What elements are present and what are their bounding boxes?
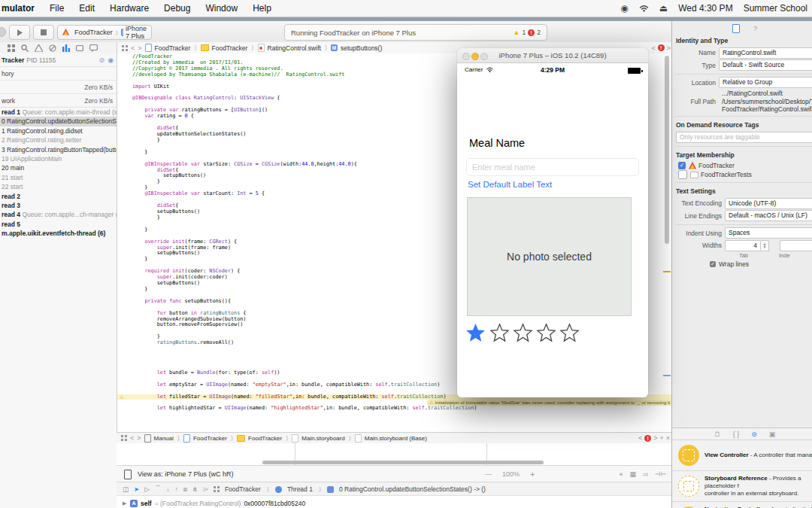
editor-scrollbar[interactable]	[665, 56, 669, 244]
device-icon[interactable]	[124, 470, 132, 479]
meal-name-input[interactable]: Enter meal name	[466, 158, 639, 176]
menu-file[interactable]: File	[42, 3, 71, 14]
add-editor-icon[interactable]: +	[659, 434, 663, 442]
process-view-mode-icon[interactable]: ◉	[108, 56, 114, 64]
prev-issue-icon[interactable]: <	[651, 44, 655, 52]
menu-app-name[interactable]: mulator	[0, 3, 42, 14]
library-item-navigation-controller[interactable]: ‹ Navigation Controller - A controller t…	[672, 502, 812, 508]
thread-row[interactable]: read 5	[0, 220, 117, 229]
file-inspector-icon[interactable]	[732, 24, 740, 33]
search-navigator-icon[interactable]	[21, 44, 29, 52]
thread-row[interactable]: read 3	[0, 201, 117, 210]
library-item-storyboard-reference[interactable]: Storyboard Reference - Provides a placeh…	[672, 471, 812, 502]
close-traffic-light[interactable]	[462, 53, 470, 60]
forward-arrow-icon[interactable]: >	[137, 434, 141, 442]
canvas-horizontal-scrollbar[interactable]	[262, 461, 544, 464]
disk-gauge-row[interactable]: Zero KB/s	[0, 80, 117, 93]
input-source-icon[interactable]: ◉	[620, 3, 628, 14]
set-default-label-button[interactable]: Set Default Label Text	[468, 180, 552, 189]
breakpoint-navigator-icon[interactable]	[76, 44, 83, 52]
code-snippet-library-icon[interactable]: { }	[733, 430, 740, 438]
next-issue-icon[interactable]: >	[667, 44, 671, 52]
name-field[interactable]: RatingControl.swift	[719, 47, 812, 59]
related-items-icon[interactable]	[121, 435, 127, 441]
menu-hardware[interactable]: Hardware	[102, 3, 156, 14]
menu-user[interactable]: Summer School	[744, 3, 807, 14]
photo-image-view[interactable]: No photo selected	[467, 197, 632, 316]
error-badge-icon[interactable]: !	[644, 435, 651, 442]
debug-crumb-process[interactable]: FoodTracker	[225, 485, 261, 493]
stop-button[interactable]	[33, 25, 54, 40]
align-icon[interactable]: ⫤	[643, 470, 648, 479]
thread-row[interactable]: 21 start	[0, 173, 117, 182]
error-badge-icon[interactable]: !	[528, 29, 535, 36]
view-as-label[interactable]: View as: iPhone 7 Plus (wC hR)	[138, 470, 233, 478]
zoom-traffic-light[interactable]	[480, 53, 488, 60]
simulate-location-icon[interactable]: ⌲	[203, 485, 208, 494]
menu-clock[interactable]: Wed 4:30 PM	[678, 3, 732, 14]
location-dropdown[interactable]: Relative to Group	[719, 77, 812, 88]
error-count[interactable]: 2	[537, 29, 541, 36]
debug-navigator-icon[interactable]	[62, 44, 70, 52]
forward-arrow-icon[interactable]: >	[138, 44, 141, 52]
thread-row[interactable]: 20 main	[0, 163, 117, 172]
network-gauge-row[interactable]: work Zero KB/s	[0, 93, 117, 107]
warning-triangle-icon[interactable]: ▲	[514, 29, 520, 36]
thread-frame-selected[interactable]: 0 RatingControl.updateButtonSelectionSta…	[0, 117, 117, 126]
debug-gauge-toggle-icon[interactable]: ⊘	[99, 56, 105, 64]
file-template-library-icon[interactable]: 🗋	[714, 430, 721, 438]
breakpoints-toggle-icon[interactable]: ➤	[134, 485, 139, 493]
update-frames-icon[interactable]: ⌖	[619, 470, 623, 479]
selection-scroll-marker[interactable]	[663, 375, 671, 376]
step-into-icon[interactable]: ↓	[166, 485, 169, 493]
menu-window[interactable]: Window	[198, 3, 245, 14]
continue-icon[interactable]: ▷	[144, 485, 150, 493]
media-library-icon[interactable]: ▣	[769, 430, 776, 438]
thread-row[interactable]: 2 RatingControl.rating.setter	[0, 135, 117, 144]
assistant-crumb-mode[interactable]: Manual	[154, 435, 174, 442]
encoding-dropdown[interactable]: Unicode (UTF-8)	[725, 198, 812, 209]
back-arrow-icon[interactable]: <	[131, 44, 135, 52]
thread-row[interactable]: read 2	[0, 192, 117, 201]
thread-row[interactable]: m.apple.uikit.eventfetch-thread (6)	[0, 229, 117, 238]
disclosure-triangle-icon[interactable]: ▶	[123, 500, 127, 506]
pin-icon[interactable]: ⊣⊢	[655, 470, 667, 479]
zoom-in-button[interactable]: +	[530, 470, 535, 479]
debug-crumb-thread[interactable]: Thread 1	[287, 485, 313, 493]
eject-icon[interactable]: ⏏	[659, 3, 668, 14]
line-warning-icon[interactable]: ⚠	[120, 394, 124, 400]
star-empty-icon[interactable]	[559, 323, 580, 343]
run-button[interactable]	[9, 25, 30, 40]
tab-width-field[interactable]: 4	[725, 240, 761, 251]
close-assistant-icon[interactable]: ×	[666, 434, 670, 442]
thread-row[interactable]: 3 RatingControl.ratingButtonTapped(butto…	[0, 145, 117, 154]
hide-debug-area-icon[interactable]: ◫	[123, 485, 129, 493]
memory-graph-icon[interactable]: ⋔	[192, 485, 198, 493]
wifi-icon[interactable]	[639, 5, 649, 12]
tab-width-stepper[interactable]: ▲▼	[761, 240, 769, 251]
step-over-icon[interactable]: ⌒	[155, 485, 162, 494]
step-out-icon[interactable]: ↑	[174, 485, 177, 493]
menu-edit[interactable]: Edit	[71, 3, 102, 14]
star-filled-icon[interactable]	[465, 322, 486, 344]
issue-navigator-icon[interactable]	[35, 44, 43, 52]
target-checkbox-unchecked[interactable]	[678, 170, 687, 179]
prev-issue-icon[interactable]: <	[638, 434, 642, 442]
simulator-title-bar[interactable]: iPhone 7 Plus – iOS 10.2 (14C89)	[457, 48, 648, 63]
memory-gauge-row[interactable]: hory	[0, 66, 117, 80]
thread-row[interactable]: read 4 Queue: com.apple...ch-manager (se…	[0, 210, 117, 219]
star-empty-icon[interactable]	[489, 323, 510, 343]
assistant-crumb-storyboard[interactable]: Main.storyboard	[301, 435, 344, 442]
thread-row[interactable]: 19 UIApplicationMain	[0, 154, 117, 163]
menu-help[interactable]: Help	[245, 3, 279, 14]
assistant-crumb-base[interactable]: Main.storyboard (Base)	[365, 435, 427, 442]
test-navigator-icon[interactable]	[49, 44, 56, 52]
warning-scroll-marker[interactable]	[663, 271, 671, 272]
line-endings-dropdown[interactable]: Default - macOS / Unix (LF)	[725, 210, 812, 221]
scheme-selector[interactable]: FoodTracker ⟩ iPhone 7 Plus	[57, 25, 152, 40]
library-item-view-controller[interactable]: View Controller - A controller that mana…	[672, 440, 812, 471]
assistant-crumb-project[interactable]: FoodTracker	[193, 435, 227, 442]
window-traffic-light-partial[interactable]	[0, 27, 6, 37]
target-checkbox-checked[interactable]: ✓	[678, 162, 686, 169]
star-empty-icon[interactable]	[513, 323, 533, 343]
